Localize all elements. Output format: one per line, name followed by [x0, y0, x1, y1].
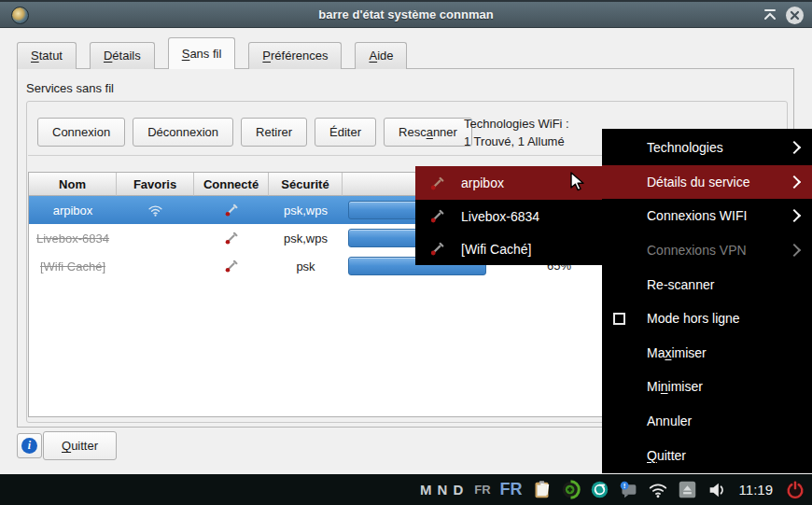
menu-item-quitter[interactable]: Quitter [602, 438, 812, 472]
svg-text:!: ! [623, 482, 625, 490]
rescan-button[interactable]: Rescanner [384, 118, 472, 147]
favorite-cell-empty [117, 252, 194, 280]
menu-item-annuler[interactable]: Annuler [602, 404, 812, 439]
cell-name: [Wifi Caché] [40, 260, 105, 274]
eject-device-icon[interactable] [678, 480, 697, 499]
col-header-favoris[interactable]: Favoris [117, 173, 194, 196]
col-header-connecte[interactable]: Connecté [194, 173, 269, 196]
submenu-item-livebox[interactable]: Livebox-6834 [415, 200, 605, 232]
tab-sans-fil[interactable]: Sans fil [168, 37, 236, 69]
chevron-right-icon [788, 175, 801, 189]
indicator-n: N [438, 482, 448, 498]
tab-bar: Statut Détails Sans fil Préférences Aide [17, 37, 420, 69]
wifi-technologies-status: Technologies WiFi : 1 Trouvé, 1 Allumé [464, 115, 569, 150]
indicator-d: D [453, 482, 463, 498]
disconnected-icon [194, 252, 269, 280]
menu-item-connexions-wifi[interactable]: Connexions WIFI [602, 199, 812, 233]
cell-security: psk,wps [269, 224, 343, 252]
submenu-item-wifi-cache[interactable]: [Wifi Caché] [415, 232, 605, 265]
clock[interactable]: 11:19 [739, 482, 773, 498]
chevron-right-icon [788, 244, 801, 257]
window-titlebar: barre d'état système connman [0, 0, 812, 28]
shade-window-icon[interactable] [762, 7, 778, 23]
mouse-cursor [569, 172, 589, 197]
menu-item-mode-hors-ligne[interactable]: Mode hors ligne [602, 302, 812, 336]
col-header-nom[interactable]: Nom [29, 173, 117, 196]
edit-button[interactable]: Éditer [315, 118, 376, 147]
remove-button[interactable]: Retirer [241, 118, 307, 147]
menu-item-rescanner[interactable]: Re-scanner [602, 267, 812, 302]
chevron-right-icon [788, 141, 801, 154]
notifications-icon[interactable]: ! [619, 480, 638, 499]
tab-details[interactable]: Détails [90, 42, 155, 69]
indicator-m: M [420, 482, 432, 498]
wifi-status-line2: 1 Trouvé, 1 Allumé [464, 133, 569, 150]
chevron-right-icon [788, 209, 801, 222]
connected-icon [194, 196, 269, 224]
tab-aide[interactable]: Aide [355, 42, 407, 69]
taskbar: M N D FR FR ! [0, 474, 812, 505]
cell-security: psk,wps [269, 196, 343, 224]
keyboard-layout-indicator[interactable]: FR [500, 480, 523, 499]
menu-item-maximiser[interactable]: Maximiser [602, 336, 812, 371]
group-label: Services sans fil [26, 81, 114, 95]
window-title: barre d'état système connman [0, 7, 812, 21]
about-button[interactable]: i [17, 433, 42, 458]
disconnected-icon [194, 224, 269, 252]
menu-item-technologies[interactable]: Technologies [602, 131, 812, 165]
volume-icon[interactable] [707, 480, 727, 500]
favorite-cell-empty [117, 224, 194, 252]
cell-security: psk [269, 252, 343, 280]
close-window-icon[interactable] [786, 7, 804, 24]
col-header-securite[interactable]: Sécurité [269, 173, 343, 196]
clipboard-icon[interactable] [532, 480, 552, 499]
menu-item-minimiser[interactable]: Minimiser [602, 370, 812, 404]
cell-name: arpibox [29, 196, 117, 224]
offline-mode-checkbox[interactable] [613, 313, 625, 325]
screenshot-icon[interactable] [590, 480, 609, 499]
updates-icon[interactable] [561, 480, 581, 499]
tab-statut[interactable]: Statut [17, 42, 77, 69]
disconnect-button[interactable]: Déconnexion [133, 118, 233, 147]
power-icon[interactable] [785, 480, 805, 500]
keyboard-layout-small[interactable]: FR [474, 483, 490, 497]
quit-button[interactable]: Quitter [43, 431, 117, 460]
wifi-status-line1: Technologies WiFi : [464, 115, 569, 133]
context-menu: Technologies Détails du service Connexio… [602, 129, 812, 473]
tab-preferences[interactable]: Préférences [248, 42, 342, 69]
cell-name: Livebox-6834 [36, 231, 109, 245]
menu-item-connexions-vpn: Connexions VPN [602, 233, 812, 268]
connect-button[interactable]: Connexion [37, 118, 125, 147]
action-buttons: Connexion Déconnexion Retirer Éditer Res… [37, 118, 480, 147]
favorite-wifi-icon [117, 196, 194, 224]
menu-item-details-du-service[interactable]: Détails du service [602, 165, 812, 200]
wifi-icon[interactable] [648, 480, 668, 500]
info-icon: i [21, 438, 37, 454]
